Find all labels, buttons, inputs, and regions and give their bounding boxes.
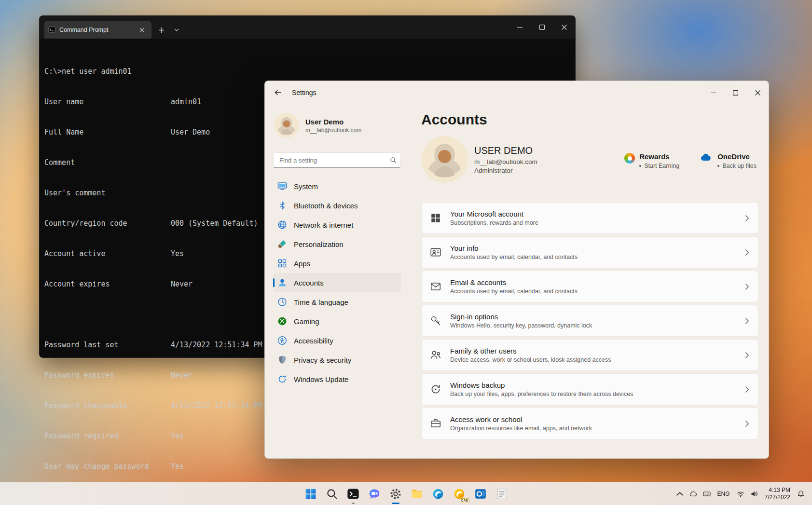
clock-icon: [277, 297, 287, 307]
card-subtitle: Back up your files, apps, preferences to…: [450, 391, 745, 397]
sidebar-item-bluetooth-devices[interactable]: Bluetooth & devices: [273, 196, 401, 215]
taskbar-edge-canary-button[interactable]: CAN: [449, 483, 470, 505]
card-family-other-users[interactable]: Family & other users Device access, work…: [421, 339, 758, 371]
card-subtitle: Windows Hello, security key, password, d…: [450, 322, 745, 329]
card-subtitle: Subscriptions, rewards and more: [450, 219, 745, 226]
card-access-work-school[interactable]: Access work or school Organization resou…: [421, 408, 758, 439]
card-windows-backup[interactable]: Windows backup Back up your files, apps,…: [421, 373, 758, 405]
back-button[interactable]: [270, 85, 286, 100]
sidebar-item-network-internet[interactable]: Network & internet: [273, 215, 401, 234]
settings-gear-icon: [389, 488, 402, 500]
running-indicator: [352, 503, 355, 504]
sidebar-item-privacy-security[interactable]: Privacy & security: [273, 350, 401, 369]
card-your-info[interactable]: Your info Accounts used by email, calend…: [421, 236, 758, 268]
active-indicator: [392, 503, 399, 504]
sidebar-item-label: System: [294, 182, 318, 191]
new-tab-button[interactable]: [155, 24, 167, 36]
sidebar-item-apps[interactable]: Apps: [273, 254, 401, 273]
rewards-link[interactable]: Rewards Start Earning: [624, 152, 679, 169]
tray-notification-button[interactable]: [795, 484, 807, 504]
card-title: Sign-in options: [450, 313, 745, 321]
taskbar: CAN ENG 4:13 PM 7/27/2022: [0, 482, 812, 505]
settings-nav: System Bluetooth & devices Network & int…: [273, 177, 409, 389]
tab-close-icon[interactable]: [136, 24, 148, 36]
sidebar-item-time-language[interactable]: Time & language: [273, 292, 401, 312]
key-icon: [430, 315, 441, 327]
bluetooth-icon: [277, 201, 287, 210]
card-email-accounts[interactable]: Email & accounts Accounts used by email,…: [421, 271, 758, 302]
tray-volume-button[interactable]: [748, 484, 760, 504]
sidebar-item-gaming[interactable]: Gaming: [273, 312, 401, 331]
sidebar-item-system[interactable]: System: [273, 177, 401, 196]
taskbar-chat-button[interactable]: [364, 483, 385, 505]
terminal-line: User may change password Yes: [44, 462, 569, 472]
paintbrush-icon: [277, 239, 287, 249]
outlook-icon: [474, 488, 487, 500]
tab-dropdown-button[interactable]: [171, 24, 182, 36]
briefcase-icon: [430, 418, 441, 429]
settings-maximize-button[interactable]: [724, 81, 746, 104]
terminal-titlebar[interactable]: Command Prompt: [40, 16, 575, 39]
taskbar-file-explorer-button[interactable]: [406, 483, 427, 505]
sidebar-item-label: Gaming: [294, 317, 319, 326]
settings-minimize-button[interactable]: [702, 81, 724, 104]
search-icon: [390, 157, 397, 164]
settings-sidebar: User Demo m__lab@outlook.com System Blue…: [265, 104, 409, 458]
system-icon: [277, 181, 287, 191]
card-title: Access work or school: [450, 415, 745, 423]
sidebar-user-name: User Demo: [305, 118, 361, 126]
edge-icon: [432, 488, 444, 500]
taskbar-settings-button[interactable]: [385, 483, 406, 505]
card-sign-in-options[interactable]: Sign-in options Windows Hello, security …: [421, 305, 758, 337]
sidebar-item-windows-update[interactable]: Windows Update: [273, 369, 401, 389]
card-title: Email & accounts: [450, 278, 745, 287]
taskbar-terminal-button[interactable]: [343, 483, 364, 505]
tray-clock[interactable]: 4:13 PM 7/27/2022: [761, 484, 794, 504]
sidebar-item-label: Apps: [294, 259, 310, 268]
card-title: Family & other users: [450, 347, 745, 355]
card-subtitle: Device access, work or school users, kio…: [450, 356, 745, 363]
sidebar-item-personalization[interactable]: Personalization: [273, 234, 401, 254]
settings-window-title: Settings: [292, 89, 317, 96]
card-microsoft-account[interactable]: Your Microsoft account Subscriptions, re…: [421, 202, 758, 234]
terminal-maximize-button[interactable]: [531, 16, 553, 39]
taskbar-search-button[interactable]: [321, 483, 343, 505]
taskbar-notepad-button[interactable]: [491, 483, 512, 505]
onedrive-link[interactable]: OneDrive Back up files: [701, 152, 757, 169]
person-icon: [277, 278, 287, 287]
card-title: Your info: [450, 244, 745, 252]
tray-onedrive-button[interactable]: [687, 484, 700, 504]
microsoft-logo-icon: [430, 212, 441, 224]
tray-date: 7/27/2022: [765, 494, 790, 501]
sidebar-account-button[interactable]: User Demo m__lab@outlook.com: [273, 111, 401, 140]
rewards-title: Rewards: [639, 152, 679, 161]
tray-language-label: ENG: [717, 491, 730, 497]
person-card-icon: [430, 246, 441, 258]
chevron-right-icon: [745, 215, 749, 222]
settings-close-button[interactable]: [746, 81, 769, 104]
notepad-icon: [495, 488, 508, 500]
sidebar-item-accessibility[interactable]: Accessibility: [273, 331, 401, 350]
tray-network-button[interactable]: [734, 484, 747, 504]
terminal-close-button[interactable]: [553, 16, 575, 39]
sidebar-item-accounts[interactable]: Accounts: [273, 273, 401, 292]
taskbar-outlook-button[interactable]: [470, 483, 491, 505]
tray-hidden-icons-button[interactable]: [674, 484, 686, 504]
settings-search-box[interactable]: [273, 152, 401, 168]
sidebar-item-label: Personalization: [294, 240, 344, 248]
xbox-icon: [277, 316, 287, 326]
cloud-icon: [689, 490, 697, 498]
terminal-minimize-button[interactable]: [509, 16, 531, 39]
settings-titlebar[interactable]: Settings: [265, 81, 769, 104]
taskbar-start-button[interactable]: [300, 483, 321, 505]
terminal-tab[interactable]: Command Prompt: [44, 21, 151, 39]
card-title: Windows backup: [450, 381, 745, 389]
tray-language-button[interactable]: ENG: [714, 484, 733, 504]
terminal-tab-title: Command Prompt: [59, 27, 132, 33]
onedrive-title: OneDrive: [717, 152, 757, 161]
accessibility-icon: [277, 336, 287, 345]
globe-icon: [277, 220, 287, 230]
taskbar-edge-button[interactable]: [427, 483, 449, 505]
settings-search-input[interactable]: [279, 157, 390, 164]
tray-keyboard-button[interactable]: [701, 484, 713, 504]
